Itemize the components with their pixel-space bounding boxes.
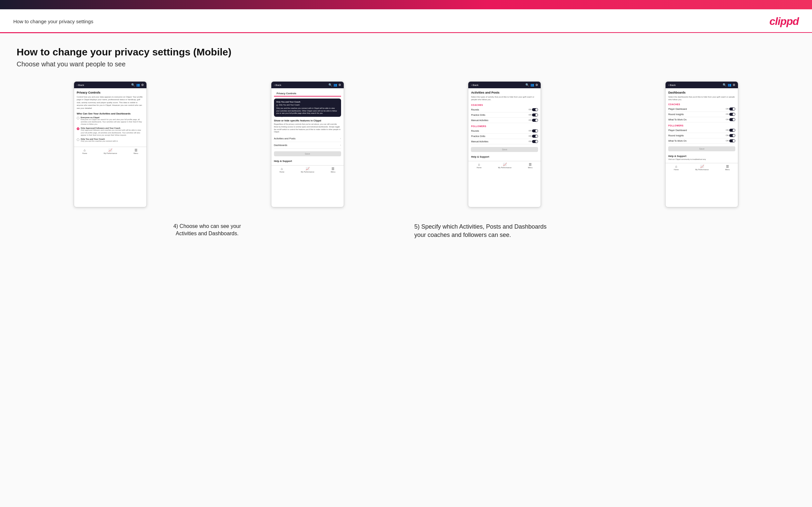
what-to-work-coaches-track: [729, 118, 735, 121]
screen-4-desc: Select the dashboards that you'd like to…: [668, 96, 735, 101]
nav-performance-2[interactable]: 📈 My Performance: [301, 167, 314, 173]
settings-icon-4[interactable]: ⚙: [732, 83, 735, 87]
logo: clippd: [769, 15, 799, 27]
screen-3-body-text: Select the types of activity that you'd …: [471, 96, 538, 101]
search-icon-3[interactable]: 🔍: [525, 83, 529, 87]
back-label-3: Back: [472, 83, 478, 87]
screen-1-subsection: Who Can See Your Activities and Dashboar…: [77, 112, 144, 115]
screen-1-bottom-nav: ⌂ Home 📈 My Performance ☰ Menu: [74, 147, 146, 155]
player-dash-followers-toggle[interactable]: ON: [726, 129, 735, 132]
menu-icon-3: ☰: [529, 163, 532, 166]
round-insights-followers-track: [729, 134, 735, 137]
back-label-2: Back: [275, 83, 281, 87]
manual-followers-label: Manual Activities: [471, 140, 488, 143]
caption-left-container: 4) Choose who can see your Activities an…: [16, 217, 398, 239]
screen-2-bottom-nav: ⌂ Home 📈 My Performance ☰ Menu: [271, 165, 344, 174]
followers-header-4: FOLLOWERS: [668, 124, 735, 127]
nav-performance-3[interactable]: 📈 My Performance: [498, 163, 511, 169]
rounds-followers-track: [532, 129, 538, 132]
screen-1-header: ‹ Back 🔍 👥 ⚙: [74, 81, 146, 88]
screen-4-header: ‹ Back 🔍 👥 ⚙: [666, 81, 738, 88]
back-label-1: Back: [79, 83, 84, 87]
dashboards-label: Dashboards: [274, 144, 287, 147]
tooltip-radio-dot: [276, 105, 278, 106]
what-to-work-followers-toggle[interactable]: ON: [726, 139, 735, 143]
round-insights-followers-label: Round Insights: [668, 134, 684, 137]
nav-menu-label-3: Menu: [528, 167, 533, 169]
screen-4-content: Dashboards Select the dashboards that yo…: [666, 88, 738, 163]
manual-coaches-toggle[interactable]: ON: [528, 119, 538, 122]
round-insights-coaches-track: [729, 113, 735, 116]
toggle-round-insights-coaches: Round Insights ON: [668, 112, 735, 117]
mobile-screen-3: ‹ Back 🔍 👥 ⚙ Activities and Posts Select…: [468, 81, 541, 207]
performance-icon-2: 📈: [306, 167, 309, 171]
nav-home-2[interactable]: ⌂ Home: [279, 167, 284, 173]
people-icon-4[interactable]: 👥: [728, 83, 731, 87]
radio-approved-followers[interactable]: Only Approved Followers and Your Coach O…: [77, 127, 144, 136]
nav-home-4[interactable]: ⌂ Home: [674, 165, 679, 171]
save-button-4[interactable]: Save: [668, 146, 735, 151]
settings-icon-3[interactable]: ⚙: [536, 83, 538, 87]
coaches-header-4: COACHES: [668, 103, 735, 106]
nav-performance-4[interactable]: 📈 My Performance: [695, 165, 708, 171]
nav-menu-4[interactable]: ☰ Menu: [725, 165, 730, 171]
practice-coaches-toggle[interactable]: ON: [528, 113, 538, 116]
nav-menu-label-1: Menu: [134, 152, 138, 154]
round-insights-coaches-toggle[interactable]: ON: [726, 113, 735, 116]
screen-1-content: Privacy Controls Control how you and you…: [74, 88, 146, 147]
caption-right-container: 5) Specify which Activities, Posts and D…: [408, 217, 796, 239]
manual-followers-toggle[interactable]: ON: [528, 140, 538, 143]
settings-icon-2[interactable]: ⚙: [339, 83, 341, 87]
save-button-2[interactable]: Save: [274, 151, 341, 156]
search-icon-1[interactable]: 🔍: [131, 83, 135, 87]
back-chevron-3: ‹: [471, 83, 472, 87]
radio-everyone[interactable]: Everyone on Clippd Everyone on Clippd ca…: [77, 116, 144, 125]
search-icon-2[interactable]: 🔍: [328, 83, 332, 87]
nav-menu-2[interactable]: ☰ Menu: [331, 167, 336, 173]
nav-performance-1[interactable]: 📈 My Performance: [104, 148, 117, 154]
practice-followers-on-label: ON: [528, 135, 531, 137]
player-dash-coaches-toggle[interactable]: ON: [726, 108, 735, 111]
nav-menu-3[interactable]: ☰ Menu: [528, 163, 533, 169]
people-icon-3[interactable]: 👥: [530, 83, 534, 87]
tooltip-box: Only You and Your Coach Only You and You…: [274, 99, 341, 117]
back-button-1[interactable]: ‹ Back: [77, 83, 84, 87]
tooltip-title: Only You and Your Coach: [276, 101, 339, 103]
activities-posts-link[interactable]: Activities and Posts ›: [274, 135, 341, 142]
practice-followers-toggle[interactable]: ON: [528, 135, 538, 138]
screen-2-tab[interactable]: Privacy Controls: [276, 91, 297, 96]
dashboards-link[interactable]: Dashboards ›: [274, 142, 341, 149]
screen-2-tab-bar: Privacy Controls: [274, 91, 341, 97]
screen-2-content: Privacy Controls Only You and Your Coach…: [271, 88, 344, 165]
rounds-followers-on-label: ON: [528, 130, 531, 132]
search-icon-4[interactable]: 🔍: [723, 83, 726, 87]
back-button-3[interactable]: ‹ Back: [471, 83, 478, 87]
round-insights-coaches-on-label: ON: [726, 113, 729, 115]
screen-3-header: ‹ Back 🔍 👥 ⚙: [468, 81, 541, 88]
nav-home-1[interactable]: ⌂ Home: [82, 148, 87, 154]
back-chevron-1: ‹: [77, 83, 78, 87]
practice-coaches-track: [532, 113, 538, 116]
nav-menu-1[interactable]: ☰ Menu: [134, 148, 138, 154]
radio-you-coach[interactable]: Only You and Your Coach Only you and the…: [77, 138, 144, 143]
toggle-manual-followers: Manual Activities ON: [471, 139, 538, 144]
player-dash-followers-on-label: ON: [726, 129, 729, 131]
people-icon-1[interactable]: 👥: [136, 83, 140, 87]
round-insights-followers-toggle[interactable]: ON: [726, 134, 735, 137]
rounds-coaches-track: [532, 108, 538, 111]
rounds-coaches-toggle[interactable]: ON: [528, 108, 538, 111]
back-button-4[interactable]: ‹ Back: [668, 83, 675, 87]
back-button-2[interactable]: ‹ Back: [274, 83, 281, 87]
rounds-followers-toggle[interactable]: ON: [528, 129, 538, 132]
nav-performance-label-4: My Performance: [695, 169, 708, 171]
people-icon-2[interactable]: 👥: [334, 83, 337, 87]
help-support-4: Help & Support: [668, 155, 735, 158]
main-content: How to change your privacy settings (Mob…: [0, 33, 812, 507]
save-button-3[interactable]: Save: [471, 147, 538, 152]
settings-icon-1[interactable]: ⚙: [141, 83, 144, 87]
what-to-work-coaches-toggle[interactable]: ON: [726, 118, 735, 121]
screen-3-section-title: Activities and Posts: [471, 91, 538, 94]
player-dash-coaches-track: [729, 108, 735, 111]
caption-right: 5) Specify which Activities, Posts and D…: [414, 223, 547, 239]
nav-home-3[interactable]: ⌂ Home: [476, 163, 481, 169]
